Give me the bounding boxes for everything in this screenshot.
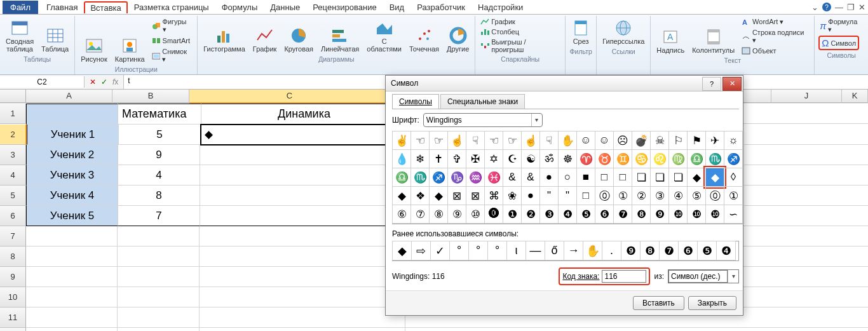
col-header[interactable]: A <box>26 90 112 103</box>
symbol-cell[interactable]: ② <box>632 186 651 205</box>
scrollbar[interactable] <box>743 131 744 224</box>
symbol-cell[interactable]: ✠ <box>466 149 485 168</box>
row-header[interactable]: 6 <box>0 206 26 226</box>
ribbon-expand-icon[interactable]: ⌄ <box>811 3 818 12</box>
symbol-cell[interactable]: ❶ <box>503 205 522 224</box>
symbol-cell[interactable]: ⓿ <box>484 205 503 224</box>
active-cell[interactable]: ◆ <box>201 125 408 145</box>
symbol-cell[interactable]: ☪ <box>503 149 522 168</box>
symbol-cell[interactable]: ⚐ <box>668 131 688 150</box>
row-header[interactable]: 9 <box>0 267 26 287</box>
symbol-cell[interactable]: ☹ <box>613 131 632 150</box>
cell[interactable]: Ученик 2 <box>26 145 118 165</box>
symbol-cell[interactable]: ☜ <box>484 131 503 150</box>
symbol-cell[interactable]: ♏ <box>410 168 430 187</box>
btn-spark-column[interactable]: Столбец <box>479 27 520 36</box>
dropdown-icon[interactable]: ▾ <box>531 114 542 126</box>
recent-symbol-cell[interactable]: ° <box>468 241 488 260</box>
btn-other-charts[interactable]: Другие <box>445 25 471 54</box>
symbol-cell[interactable]: ♍ <box>668 149 688 168</box>
symbol-cell[interactable]: 💧 <box>392 149 411 168</box>
symbol-cell[interactable]: ☟ <box>539 131 559 150</box>
symbol-cell[interactable]: ♐ <box>724 149 743 168</box>
font-input[interactable] <box>424 116 531 125</box>
dropdown-icon[interactable]: ▾ <box>728 270 738 283</box>
symbol-cell[interactable]: ॐ <box>539 149 559 168</box>
recent-symbol-cell[interactable]: ⇨ <box>411 241 431 260</box>
btn-symbol[interactable]: ΩСимвол <box>818 36 859 50</box>
btn-hyperlink[interactable]: Гиперссылка <box>600 17 646 46</box>
symbol-cell[interactable]: ♉ <box>595 149 614 168</box>
symbol-cell[interactable]: ✋ <box>558 131 577 150</box>
symbol-cell[interactable]: ◆ <box>705 168 724 187</box>
btn-slicer[interactable]: Срез <box>569 17 592 46</box>
symbol-cell[interactable]: ✈ <box>705 131 724 150</box>
symbol-cell[interactable]: □ <box>595 168 614 187</box>
dialog-close-icon[interactable]: ✕ <box>722 77 742 91</box>
symbol-cell[interactable]: ✡ <box>484 149 503 168</box>
symbol-cell[interactable]: ♎ <box>392 168 411 187</box>
cell[interactable]: Ученик 4 <box>26 186 118 206</box>
cell[interactable] <box>200 186 406 206</box>
symbol-cell[interactable]: ♐ <box>429 168 448 187</box>
symbol-cell[interactable]: □ <box>613 168 632 187</box>
tab-insert[interactable]: Вставка <box>84 1 127 13</box>
symbol-cell[interactable]: ♏ <box>705 149 724 168</box>
symbol-cell[interactable]: ⊠ <box>447 186 466 205</box>
tab-formulas[interactable]: Формулы <box>215 1 264 14</box>
symbol-cell[interactable]: ∽ <box>724 205 743 224</box>
recent-symbol-cell[interactable]: ❹ <box>716 241 736 260</box>
code-input[interactable] <box>602 270 646 283</box>
symbol-cell[interactable]: ❖ <box>410 186 430 205</box>
cell[interactable] <box>200 206 406 226</box>
btn-equation[interactable]: πФормула ▾ <box>818 17 864 34</box>
cell[interactable]: 4 <box>118 165 200 186</box>
btn-pie-chart[interactable]: Круговая <box>282 25 315 54</box>
btn-spark-line[interactable]: График <box>479 17 517 26</box>
btn-object[interactable]: Объект <box>740 46 777 55</box>
cell[interactable]: Ученик 5 <box>26 206 118 226</box>
symbol-cell[interactable]: ⑨ <box>447 205 466 224</box>
tab-page-layout[interactable]: Разметка страницы <box>128 1 215 14</box>
symbol-cell[interactable]: ☝ <box>521 131 540 150</box>
select-all-corner[interactable] <box>0 90 26 103</box>
from-input[interactable] <box>668 270 728 283</box>
symbol-cell[interactable]: ✝ <box>429 149 448 168</box>
tab-file[interactable]: Файл <box>3 1 38 14</box>
btn-pivot-table[interactable]: Сводная таблица <box>4 17 36 54</box>
cell[interactable]: Ученик 1 <box>27 125 119 145</box>
recent-symbol-cell[interactable]: ι <box>506 241 526 260</box>
cancel-icon[interactable]: ✕ <box>90 78 96 86</box>
symbol-cell[interactable]: ✞ <box>447 149 466 168</box>
symbol-cell[interactable]: ❷ <box>521 205 540 224</box>
cell[interactable] <box>26 104 118 125</box>
btn-scatter-chart[interactable]: Точечная <box>407 25 441 54</box>
tab-review[interactable]: Рецензирование <box>306 1 383 14</box>
btn-clipart[interactable]: Картинка <box>113 35 147 64</box>
tab-data[interactable]: Данные <box>264 1 306 14</box>
recent-symbol-cell[interactable]: ✓ <box>430 241 450 260</box>
btn-signature-line[interactable]: Строка подписи ▾ <box>740 28 810 45</box>
symbol-cell[interactable]: ❀ <box>503 186 522 205</box>
recent-symbol-cell[interactable]: ❽ <box>640 241 660 260</box>
maximize-icon[interactable]: ❐ <box>847 3 855 12</box>
row-header[interactable]: 1 <box>0 104 26 124</box>
recent-symbol-cell[interactable]: ° <box>449 241 469 260</box>
col-header[interactable]: C <box>189 90 390 104</box>
symbol-cell[interactable]: ❏ <box>668 168 688 187</box>
symbol-cell[interactable]: ☺ <box>576 131 595 150</box>
btn-line-chart[interactable]: График <box>251 25 279 54</box>
symbol-cell[interactable]: ❾ <box>650 205 669 224</box>
symbol-cell[interactable]: ⊠ <box>466 186 485 205</box>
symbol-cell[interactable]: ☜ <box>410 131 430 150</box>
btn-smartart[interactable]: SmartArt <box>151 36 191 46</box>
row-header[interactable]: 11 <box>0 307 26 328</box>
row-header[interactable]: 5 <box>0 186 26 206</box>
col-header[interactable]: B <box>112 90 189 103</box>
symbol-cell[interactable]: ③ <box>650 186 669 205</box>
symbol-cell[interactable]: ⌘ <box>484 186 503 205</box>
symbol-cell[interactable]: ❺ <box>576 205 595 224</box>
tab-symbols[interactable]: Символы <box>392 94 439 109</box>
recent-symbol-cell[interactable]: . <box>602 241 621 260</box>
symbol-cell[interactable]: ● <box>539 168 559 187</box>
